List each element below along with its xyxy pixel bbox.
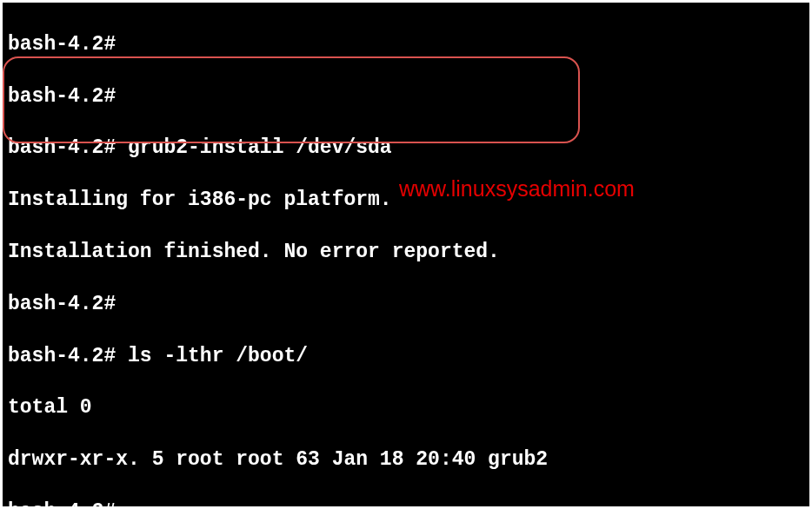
terminal-line: bash-4.2#	[8, 32, 804, 58]
terminal-line: bash-4.2# grub2-install /dev/sda	[8, 136, 804, 162]
terminal-line: bash-4.2#	[8, 292, 804, 318]
terminal-line: Installation finished. No error reported…	[8, 240, 804, 266]
terminal-output[interactable]: bash-4.2# bash-4.2# bash-4.2# grub2-inst…	[8, 6, 804, 509]
terminal-line: drwxr-xr-x. 5 root root 63 Jan 18 20:40 …	[8, 447, 804, 473]
terminal-line: bash-4.2# ls -lthr /boot/	[8, 344, 804, 370]
watermark-text: www.linuxsysadmin.com	[399, 175, 635, 203]
terminal-line: total 0	[8, 395, 804, 421]
terminal-line: bash-4.2#	[8, 499, 804, 509]
terminal-line: bash-4.2#	[8, 84, 804, 110]
